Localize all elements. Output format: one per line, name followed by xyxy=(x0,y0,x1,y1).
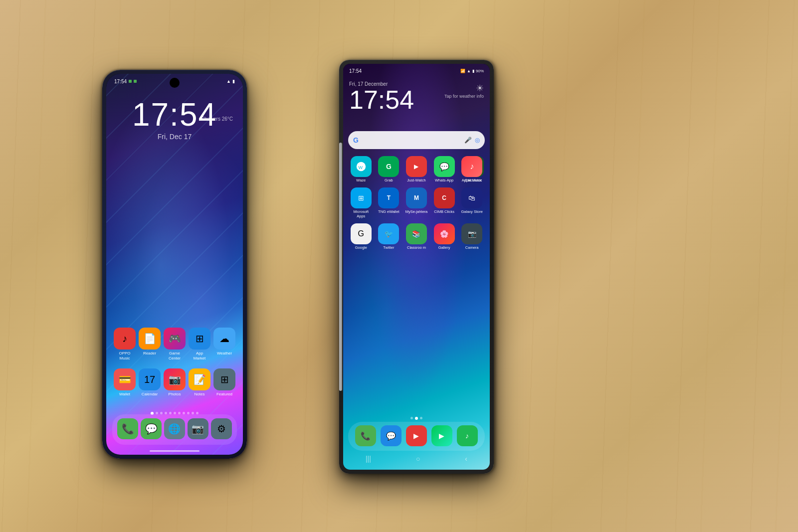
justwatch-label: Just-Watch xyxy=(407,178,425,182)
lens-icon[interactable]: ◎ xyxy=(475,137,480,144)
list-item[interactable]: ☁ Weather xyxy=(212,328,236,360)
list-item[interactable]: 📝 Notes xyxy=(188,368,211,397)
dock-phone[interactable]: 📞 xyxy=(116,418,140,441)
mysejahtera-label: MySe-jahtera xyxy=(405,209,428,214)
play-store-icon: ▶ xyxy=(431,425,452,446)
right-phone-samsung: 17:54 📶 ▲ ▮ 90% Fri, 17 December 17:54 ☀… xyxy=(339,60,494,474)
whatsapp-icon: 💬 xyxy=(434,156,455,177)
samsung-app-grid: W Waze G Grab ▶ Just-Watch xyxy=(343,156,490,255)
reader-icon: 📄 xyxy=(139,328,161,350)
samsung-status-icons: 📶 ▲ ▮ 90% xyxy=(460,69,484,73)
battery-percent: 90% xyxy=(476,69,484,73)
svg-text:W: W xyxy=(358,165,363,170)
dock-play-store[interactable]: ▶ xyxy=(430,425,453,447)
camera-dock-icon: 📷 xyxy=(188,418,208,439)
list-item[interactable]: ⊞ Featured xyxy=(212,368,236,397)
list-item[interactable]: 📷 Camera xyxy=(460,223,483,250)
list-item[interactable]: ♪ Apple Music xyxy=(460,156,483,182)
list-item[interactable]: ▶ Just-Watch xyxy=(405,156,428,182)
dock-youtube[interactable]: ▶ xyxy=(405,425,428,447)
google-label: Google xyxy=(355,245,367,250)
samsung-body: 17:54 📶 ▲ ▮ 90% Fri, 17 December 17:54 ☀… xyxy=(339,60,494,474)
samsung-phone-icon: 📞 xyxy=(355,425,376,446)
list-item[interactable]: 17 Calendar xyxy=(138,368,162,397)
samsung-dock: 📞 💬 ▶ ▶ xyxy=(348,422,485,451)
back-button[interactable]: ‹ xyxy=(465,455,467,463)
dot xyxy=(420,417,422,419)
whatsapp-label: Whats-App xyxy=(435,178,453,182)
grab-label: Grab xyxy=(385,178,393,182)
photos-icon: 📷 xyxy=(164,368,186,390)
oppo-status-icons: ▲ ▮ xyxy=(226,79,235,84)
mic-icon[interactable]: 🎤 xyxy=(464,137,472,144)
cimb-icon: C xyxy=(434,187,455,208)
spotify-icon: ♪ xyxy=(457,425,478,446)
photos-label: Photos xyxy=(169,392,181,397)
dock-messages[interactable]: 💬 xyxy=(140,418,163,441)
game-center-icon: 🎮 xyxy=(164,328,186,350)
list-item[interactable]: 🐦 Twitter xyxy=(377,223,400,250)
oppo-app-row-1: ♪ OPPOMusic 📄 Reader 🎮 GameCenter ⊞ AppM… xyxy=(112,328,237,360)
samsung-app-row-3: G Google 🐦 Twitter 📚 Clas xyxy=(347,223,486,250)
galaxy-store-icon: 🛍 xyxy=(461,187,482,208)
home-button[interactable]: ○ xyxy=(416,455,420,463)
samsung-camera-label: Camera xyxy=(465,245,479,250)
samsung-clock: 17:54 xyxy=(349,87,414,113)
recent-apps-button[interactable]: ||| xyxy=(366,455,371,463)
samsung-weather-widget[interactable]: ☀ Tap for weather info xyxy=(444,83,484,99)
list-item[interactable]: M MySe-jahtera xyxy=(405,187,428,218)
list-item[interactable]: ♪ OPPOMusic xyxy=(113,328,137,360)
wifi-icon: ▲ xyxy=(226,79,231,84)
list-item[interactable]: C CIMB Clicks xyxy=(433,187,456,218)
list-item[interactable]: W Waze xyxy=(350,156,373,182)
notification-dot-1 xyxy=(129,80,132,83)
classroom-icon: 📚 xyxy=(406,223,427,244)
dock-camera[interactable]: 📷 xyxy=(186,418,209,441)
list-item[interactable]: 📷 Photos xyxy=(163,368,187,397)
samsung-hinge xyxy=(339,143,342,391)
list-item[interactable]: T TNG eWallet xyxy=(377,187,400,218)
list-item[interactable]: 📄 Reader xyxy=(138,328,162,360)
notes-label: Notes xyxy=(195,392,205,397)
dock-messages-samsung[interactable]: 💬 xyxy=(380,425,402,447)
phone-icon: 📞 xyxy=(117,418,138,439)
google-search-bar[interactable]: G 🎤 ◎ xyxy=(348,131,485,149)
featured-label: Featured xyxy=(216,392,232,397)
app-market-icon: ⊞ xyxy=(189,328,210,350)
calendar-label: Calendar xyxy=(142,392,158,397)
list-item[interactable]: ⊞ AppMarket xyxy=(188,328,211,360)
wallet-label: Wallet xyxy=(119,392,130,397)
samsung-clock-widget: Fri, 17 December 17:54 xyxy=(349,81,414,113)
weather-tap-label: Tap for weather info xyxy=(444,94,484,99)
calendar-icon: 17 xyxy=(139,368,161,390)
list-item[interactable]: 🌸 Gallery xyxy=(433,223,456,250)
dock-phone-samsung[interactable]: 📞 xyxy=(354,425,377,447)
reader-label: Reader xyxy=(143,351,156,356)
dock-settings[interactable]: ⚙ xyxy=(209,418,233,441)
list-item[interactable]: G Grab xyxy=(377,156,400,182)
samsung-wifi-icon: ▲ xyxy=(467,69,471,73)
list-item[interactable]: 💳 Wallet xyxy=(113,368,137,397)
mysejahtera-icon: M xyxy=(406,187,427,208)
tng-icon: T xyxy=(378,187,399,208)
game-center-label: GameCenter xyxy=(169,351,181,360)
oppo-camera-notch xyxy=(170,78,180,88)
list-item[interactable]: ⊞ Microsoft Apps xyxy=(350,187,373,218)
settings-icon: ⚙ xyxy=(211,418,232,439)
gallery-label: Gallery xyxy=(438,245,450,250)
oppo-dock: 📞 💬 🌐 📷 ⚙ xyxy=(112,414,237,445)
battery-icon: ▮ xyxy=(232,79,235,84)
list-item[interactable]: 🛍 Galaxy Store xyxy=(460,187,483,218)
apple-music-label: Apple Music xyxy=(462,178,482,182)
list-item[interactable]: 🎮 GameCenter xyxy=(163,328,187,360)
dock-spotify[interactable]: ♪ xyxy=(456,425,479,447)
oppo-time: 17:54 xyxy=(114,79,127,84)
list-item[interactable]: 📚 Classroo m xyxy=(405,223,428,250)
list-item[interactable]: 💬 Whats-App xyxy=(433,156,456,182)
youtube-icon: ▶ xyxy=(406,425,427,446)
twitter-icon: 🐦 xyxy=(378,223,399,244)
grab-icon: G xyxy=(378,156,399,177)
dock-browser[interactable]: 🌐 xyxy=(163,418,187,441)
oppo-music-label: OPPOMusic xyxy=(119,351,130,360)
list-item[interactable]: G Google xyxy=(350,223,373,250)
